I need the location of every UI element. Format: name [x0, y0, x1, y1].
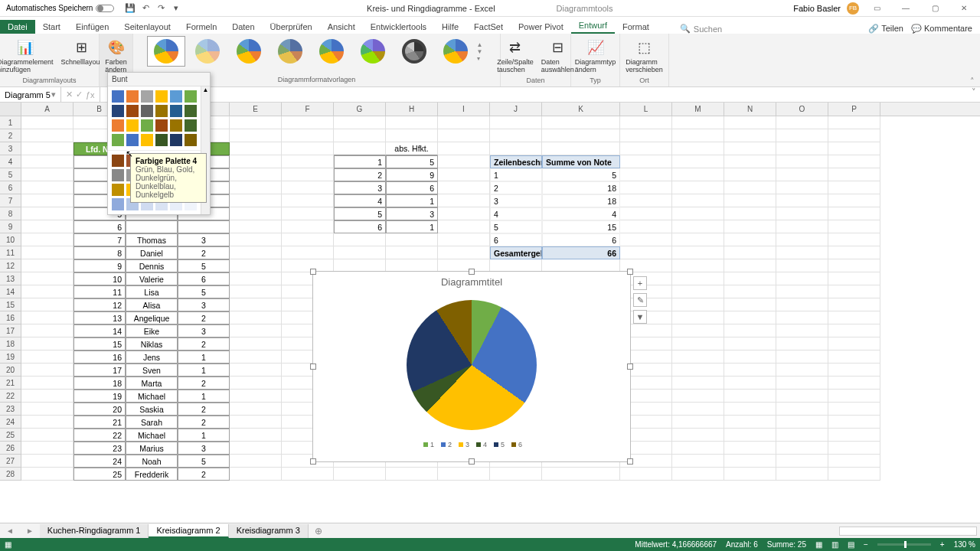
row-header[interactable]: 21 — [0, 377, 21, 390]
cell[interactable] — [828, 116, 880, 129]
cell[interactable] — [776, 311, 828, 324]
cell[interactable]: 9 — [74, 259, 126, 272]
cell[interactable] — [672, 233, 724, 246]
cell[interactable] — [724, 142, 776, 155]
cell[interactable] — [672, 350, 724, 364]
cell[interactable] — [724, 246, 776, 259]
tab-format[interactable]: Format — [615, 20, 657, 34]
cell[interactable] — [828, 377, 880, 390]
cell[interactable] — [21, 220, 74, 233]
col-header[interactable]: E — [230, 103, 282, 116]
cell[interactable] — [828, 337, 880, 350]
color-swatch[interactable] — [155, 134, 168, 146]
cell[interactable]: Lisa — [126, 285, 178, 298]
cell[interactable] — [334, 233, 386, 246]
cell[interactable]: Noah — [126, 455, 178, 468]
color-swatch[interactable] — [112, 119, 124, 132]
cell[interactable]: 1 — [386, 194, 438, 207]
col-header[interactable]: O — [776, 103, 828, 116]
cell[interactable] — [776, 337, 828, 350]
color-swatch[interactable] — [141, 134, 153, 146]
cell[interactable] — [438, 207, 490, 220]
row-header[interactable]: 10 — [0, 233, 21, 246]
row-header[interactable]: 4 — [0, 155, 21, 168]
cell[interactable] — [776, 181, 828, 194]
cell[interactable] — [21, 468, 74, 481]
cell[interactable] — [490, 468, 542, 481]
cell[interactable] — [672, 311, 724, 324]
cell[interactable] — [386, 129, 438, 142]
cell[interactable] — [724, 350, 776, 364]
cell[interactable] — [724, 285, 776, 298]
cell[interactable] — [230, 324, 282, 337]
cell[interactable] — [230, 129, 282, 142]
cell[interactable] — [724, 298, 776, 311]
cell[interactable]: 1 — [178, 390, 230, 403]
cell[interactable] — [672, 285, 724, 298]
chart-style-5[interactable] — [312, 36, 351, 67]
cell[interactable] — [21, 390, 74, 403]
cell[interactable]: 12 — [74, 298, 126, 311]
cell[interactable]: 15 — [74, 337, 126, 350]
cell[interactable] — [334, 468, 386, 481]
cell[interactable] — [672, 168, 724, 181]
cell[interactable] — [776, 168, 828, 181]
cell[interactable] — [21, 259, 74, 272]
cell[interactable]: 17 — [74, 364, 126, 377]
cell[interactable] — [282, 129, 334, 142]
change-chart-type-button[interactable]: 📈Diagrammtyp ändern — [572, 35, 619, 75]
cell[interactable] — [776, 116, 828, 129]
cell[interactable] — [230, 390, 282, 403]
formula-bar[interactable] — [100, 87, 968, 102]
color-swatch[interactable] — [170, 90, 182, 103]
col-header[interactable]: A — [21, 103, 74, 116]
cell[interactable] — [438, 246, 490, 259]
cell[interactable]: 3 — [386, 207, 438, 220]
col-header[interactable]: J — [490, 103, 542, 116]
cell[interactable] — [230, 285, 282, 298]
color-swatch[interactable] — [185, 119, 197, 132]
cell[interactable] — [724, 220, 776, 233]
cell[interactable] — [282, 142, 334, 155]
tab-einfügen[interactable]: Einfügen — [68, 20, 116, 34]
cell[interactable] — [828, 311, 880, 324]
cell[interactable] — [386, 116, 438, 129]
cell[interactable] — [724, 324, 776, 337]
cell[interactable] — [724, 377, 776, 390]
cell[interactable]: Marius — [126, 442, 178, 455]
col-header[interactable]: K — [542, 103, 620, 116]
col-header[interactable]: P — [828, 103, 880, 116]
cell[interactable] — [672, 403, 724, 416]
change-colors-button[interactable]: 🎨Farben ändern — [102, 35, 130, 75]
view-normal-icon[interactable]: ▦ — [815, 540, 822, 549]
cell[interactable] — [672, 468, 724, 481]
zoom-slider[interactable] — [877, 543, 931, 546]
undo-icon[interactable]: ↶ — [140, 3, 151, 14]
minimize-icon[interactable]: ― — [894, 1, 917, 16]
view-layout-icon[interactable]: ▥ — [831, 540, 838, 549]
enter-icon[interactable]: ✓ — [76, 90, 83, 99]
cell[interactable] — [724, 390, 776, 403]
cell[interactable]: 3 — [178, 298, 230, 311]
cell[interactable] — [334, 116, 386, 129]
cell[interactable] — [21, 246, 74, 259]
cell[interactable]: 3 — [178, 442, 230, 455]
cell[interactable] — [21, 155, 74, 168]
color-swatch[interactable] — [185, 134, 197, 146]
cell[interactable] — [776, 416, 828, 429]
cell[interactable] — [776, 377, 828, 390]
cell[interactable]: 6 — [74, 220, 126, 233]
cell[interactable]: 6 — [334, 220, 386, 233]
cell[interactable] — [490, 142, 542, 155]
color-swatch[interactable] — [126, 134, 139, 146]
cell[interactable] — [282, 233, 334, 246]
cell[interactable] — [230, 377, 282, 390]
cell[interactable] — [21, 311, 74, 324]
cell[interactable] — [620, 116, 672, 129]
chart-legend[interactable]: 123456 — [313, 438, 630, 452]
cell[interactable] — [438, 220, 490, 233]
cell[interactable]: 4 — [542, 207, 620, 220]
color-swatch[interactable] — [155, 90, 168, 103]
customize-icon[interactable]: ▾ — [171, 3, 181, 14]
user-avatar[interactable]: FB — [847, 2, 859, 15]
